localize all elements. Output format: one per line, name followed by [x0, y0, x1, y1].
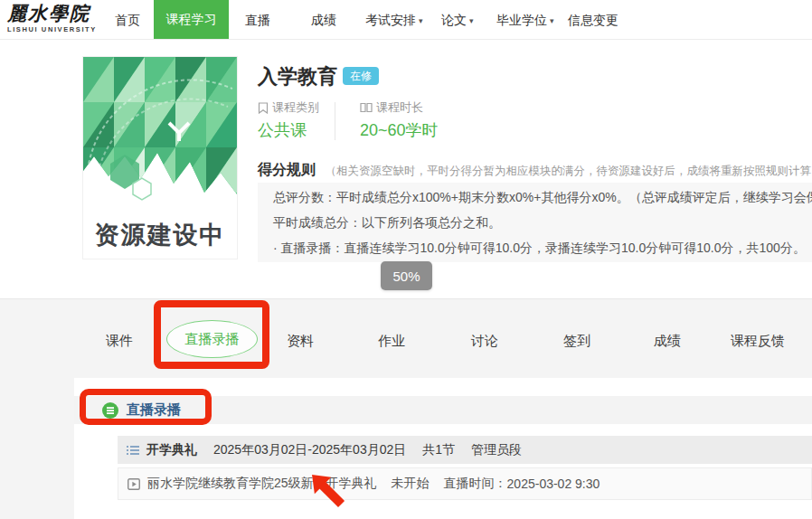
chevron-down-icon: ▾ — [469, 16, 474, 25]
group-teacher: 管理员段 — [471, 442, 522, 458]
nav-item-label: 毕业学位 — [496, 13, 547, 27]
logo-english-text: LISHUI UNIVERSITY — [7, 25, 111, 33]
tab-materials[interactable]: 资料 — [287, 333, 314, 350]
score-rule-line: 总评分数：平时成绩总分x100%+期末分数x0%+其他得分x0%。（总评成绩评定… — [273, 190, 812, 206]
lesson-time-label: 直播时间： — [444, 476, 507, 492]
tab-courseware[interactable]: 课件 — [106, 333, 133, 350]
score-rules-title: 得分规则 — [258, 162, 316, 177]
group-date-range: 2025年03月02日-2025年03月02日 — [213, 442, 406, 458]
nav-item-exam-schedule[interactable]: 考试安排▾ — [365, 13, 423, 29]
video-play-icon — [127, 478, 140, 490]
section-title: 直播录播 — [127, 401, 181, 419]
nav-item-grades[interactable]: 成绩 — [311, 13, 336, 29]
list-icon — [127, 445, 139, 456]
live-recordings-panel: 直播录播 开学典礼 2025年03月02日-2025年03月02日 共1节 管理… — [74, 378, 812, 519]
top-navigation: 麗水學院 LISHUI UNIVERSITY 首页 课程学习 直播 成绩 考试安… — [0, 0, 812, 40]
score-rule-line: 平时成绩总分：以下所列各项总分之和。 — [273, 215, 501, 231]
course-duration-label: 课程时长 — [360, 99, 423, 116]
nav-item-course-learning[interactable]: 课程学习 — [154, 0, 229, 39]
tab-course-feedback[interactable]: 课程反馈 — [731, 333, 785, 350]
course-category-label: 课程类别 — [258, 99, 319, 116]
meta-divider — [335, 102, 335, 140]
course-cover-image: 资源建设中 — [83, 57, 237, 259]
course-cover-art: 资源建设中 — [83, 57, 237, 259]
lesson-title: 丽水学院继续教育学院25级新生开学典礼 — [147, 476, 377, 492]
live-list-icon — [102, 402, 118, 419]
course-duration-value: 20~60学时 — [360, 119, 439, 141]
duration-icon — [360, 102, 373, 113]
zoom-level-toast: 50% — [381, 261, 432, 290]
course-status-badge: 在修 — [343, 67, 379, 85]
lesson-row[interactable]: 丽水学院继续教育学院25级新生开学典礼 未开始 直播时间： 2025-03-02… — [118, 467, 812, 500]
category-icon — [258, 102, 269, 114]
course-title: 入学教育 — [258, 63, 337, 90]
score-rules-note: （相关资源空缺时，平时分得分暂为相应模块的满分，待资源建设好后，成绩将重新按照规… — [325, 165, 812, 177]
nav-item-thesis[interactable]: 论文▾ — [441, 13, 474, 29]
lesson-time-value: 2025-03-02 9:30 — [507, 477, 600, 491]
university-logo[interactable]: 麗水學院 LISHUI UNIVERSITY — [7, 3, 111, 33]
score-rule-line: · 直播录播：直播连续学习10.0分钟可得10.0分，录播连续学习10.0分钟可… — [273, 241, 806, 257]
live-recordings-section-header: 直播录播 — [74, 396, 812, 424]
nav-item-graduation-degree[interactable]: 毕业学位▾ — [496, 13, 554, 29]
cover-label-text: 资源建设中 — [95, 222, 226, 249]
tab-grades[interactable]: 成绩 — [654, 333, 681, 350]
group-title: 开学典礼 — [146, 442, 197, 458]
nav-item-label: 论文 — [441, 13, 467, 27]
nav-item-home[interactable]: 首页 — [115, 13, 140, 29]
tab-checkin[interactable]: 签到 — [563, 333, 590, 350]
nav-item-live[interactable]: 直播 — [245, 13, 270, 29]
lesson-group-row[interactable]: 开学典礼 2025年03月02日-2025年03月02日 共1节 管理员段 — [118, 436, 812, 464]
logo-chinese-text: 麗水學院 — [7, 3, 111, 24]
nav-item-label: 考试安排 — [365, 13, 416, 27]
chevron-down-icon: ▾ — [419, 16, 423, 25]
score-rules-box: 总评分数：平时成绩总分x100%+期末分数x0%+其他得分x0%。（总评成绩评定… — [258, 183, 812, 262]
category-label-text: 课程类别 — [272, 99, 319, 116]
course-category-value: 公共课 — [258, 119, 307, 141]
score-rules-header: 得分规则 （相关资源空缺时，平时分得分暂为相应模块的满分，待资源建设好后，成绩将… — [258, 161, 812, 180]
nav-item-info-change[interactable]: 信息变更 — [568, 13, 618, 29]
duration-label-text: 课程时长 — [376, 99, 423, 116]
tab-live-recordings[interactable]: 直播录播 — [166, 320, 258, 358]
tab-assignments[interactable]: 作业 — [378, 333, 405, 350]
lesson-status: 未开始 — [392, 476, 430, 492]
group-lesson-count: 共1节 — [422, 442, 455, 458]
course-content-section: 课件 直播录播 资料 作业 讨论 签到 成绩 课程反馈 直播录播 开学典礼 20… — [0, 298, 812, 519]
tab-discussion[interactable]: 讨论 — [471, 333, 498, 350]
chevron-down-icon: ▾ — [550, 16, 554, 25]
